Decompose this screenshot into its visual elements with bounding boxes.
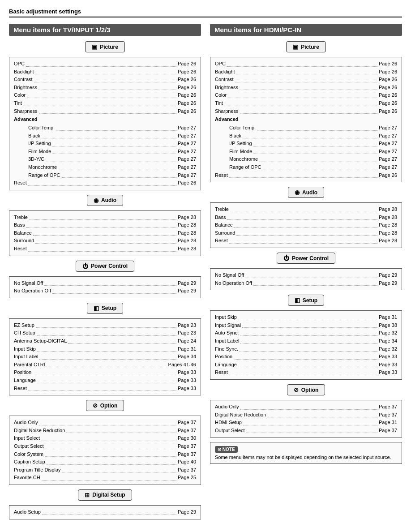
- page-header-title: Basic adjustment settings: [9, 8, 81, 15]
- list-item: Output SelectPage 37: [215, 427, 397, 435]
- right-column-heading: Menu items for HDMI/PC-IN: [210, 24, 402, 36]
- setup-menu-box: EZ SetupPage 23 CH SetupPage 23 Antenna …: [9, 318, 201, 395]
- right-picture-button-wrap: ▣ Picture: [210, 41, 402, 55]
- right-setup-menu-box: Input SkipPage 31 Input SignalPage 38 Au…: [210, 310, 402, 380]
- power-control-button[interactable]: ⏻ Power Control: [76, 261, 134, 272]
- right-setup-icon: ◧: [295, 297, 300, 304]
- list-item: ResetPage 26: [14, 179, 196, 187]
- right-option-button[interactable]: ⊘ Option: [287, 384, 325, 395]
- option-button[interactable]: ⊘ Option: [86, 400, 124, 411]
- list-item: No Operation OffPage 29: [215, 279, 397, 287]
- right-picture-menu-box: OPCPage 26 BacklightPage 26 ContrastPage…: [210, 57, 402, 182]
- list-item: ResetPage 26: [215, 172, 397, 180]
- picture-menu-box: OPCPage 26 BacklightPage 26 ContrastPage…: [9, 57, 201, 190]
- right-column: Menu items for HDMI/PC-IN ▣ Picture OPCP…: [210, 24, 402, 524]
- power-icon: ⏻: [82, 263, 88, 270]
- right-audio-menu-box: TreblePage 28 BassPage 28 BalancePage 28…: [210, 202, 402, 248]
- power-control-menu-box: No Signal OffPage 29 No Operation OffPag…: [9, 276, 201, 298]
- right-audio-icon: ◉: [295, 189, 300, 196]
- list-item: ResetPage 28: [14, 245, 196, 253]
- list-item: ResetPage 28: [215, 237, 397, 245]
- digital-setup-menu-box: Audio SetupPage 29: [9, 505, 201, 519]
- option-button-label: Option: [100, 403, 118, 409]
- left-column-heading: Menu items for TV/INPUT 1/2/3: [9, 24, 201, 36]
- setup-button-wrap: ◧ Setup: [9, 303, 201, 317]
- right-setup-button-wrap: ◧ Setup: [210, 295, 402, 309]
- option-button-wrap: ⊘ Option: [9, 400, 201, 414]
- setup-button[interactable]: ◧ Setup: [87, 303, 123, 314]
- page-header: Basic adjustment settings: [9, 8, 402, 17]
- note-icon: ⊘ NOTE: [215, 446, 238, 453]
- picture-button-label: Picture: [100, 44, 118, 50]
- right-picture-icon: ▣: [293, 43, 298, 50]
- list-item: No Operation OffPage 29: [14, 287, 196, 295]
- picture-button[interactable]: ▣ Picture: [85, 41, 125, 52]
- right-audio-button-label: Audio: [302, 189, 317, 196]
- right-option-icon: ⊘: [294, 386, 299, 393]
- setup-icon: ◧: [94, 305, 99, 312]
- note-text: Some menu items may not be displayed dep…: [215, 455, 397, 460]
- note-title: ⊘ NOTE: [215, 446, 397, 453]
- setup-button-label: Setup: [102, 305, 116, 311]
- digital-setup-button[interactable]: ⊞ Digital Setup: [78, 489, 132, 501]
- right-power-control-button-label: Power Control: [292, 255, 329, 262]
- list-item: ResetPage 33: [14, 385, 196, 393]
- right-option-button-wrap: ⊘ Option: [210, 384, 402, 398]
- audio-button-wrap: ◉ Audio: [9, 195, 201, 209]
- power-control-button-wrap: ⏻ Power Control: [9, 261, 201, 275]
- right-power-control-menu-box: No Signal OffPage 29 No Operation OffPag…: [210, 268, 402, 290]
- option-icon: ⊘: [93, 402, 98, 409]
- main-content: Menu items for TV/INPUT 1/2/3 ▣ Picture …: [9, 24, 402, 524]
- right-audio-button-wrap: ◉ Audio: [210, 187, 402, 201]
- picture-icon: ▣: [92, 43, 97, 50]
- right-option-menu-box: Audio OnlyPage 37 Digital Noise Reductio…: [210, 400, 402, 438]
- right-power-control-button[interactable]: ⏻ Power Control: [277, 253, 335, 264]
- list-item: Favorite CHPage 25: [14, 474, 196, 482]
- right-audio-button[interactable]: ◉ Audio: [288, 187, 324, 198]
- audio-button[interactable]: ◉ Audio: [87, 195, 123, 206]
- power-control-button-label: Power Control: [91, 263, 128, 269]
- list-item: ResetPage 33: [215, 369, 397, 377]
- right-setup-button-label: Setup: [303, 297, 317, 304]
- list-item: Audio SetupPage 29: [14, 508, 196, 516]
- audio-button-label: Audio: [101, 197, 116, 203]
- digital-setup-button-label: Digital Setup: [92, 492, 125, 498]
- note-box: ⊘ NOTE Some menu items may not be displa…: [210, 442, 402, 464]
- left-column: Menu items for TV/INPUT 1/2/3 ▣ Picture …: [9, 24, 201, 524]
- right-power-control-button-wrap: ⏻ Power Control: [210, 253, 402, 266]
- digital-setup-icon: ⊞: [85, 492, 90, 498]
- digital-setup-button-wrap: ⊞ Digital Setup: [9, 489, 201, 503]
- option-menu-box: Audio OnlyPage 37 Digital Noise Reductio…: [9, 416, 201, 485]
- right-picture-button[interactable]: ▣ Picture: [286, 41, 326, 52]
- audio-icon: ◉: [94, 197, 98, 204]
- picture-button-wrap: ▣ Picture: [9, 41, 201, 55]
- right-setup-button[interactable]: ◧ Setup: [288, 295, 324, 306]
- audio-menu-box: TreblePage 28 BassPage 28 BalancePage 28…: [9, 210, 201, 256]
- right-option-button-label: Option: [301, 387, 319, 393]
- right-picture-button-label: Picture: [301, 44, 319, 50]
- right-power-icon: ⏻: [283, 255, 289, 262]
